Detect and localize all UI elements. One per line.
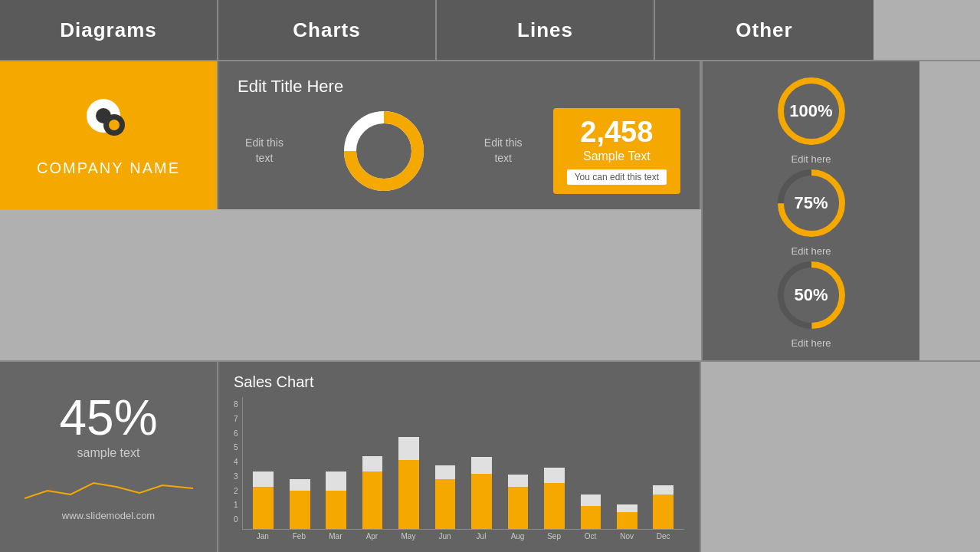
stat-label: sample text <box>77 446 140 460</box>
x-label: Oct <box>573 532 608 540</box>
bar-orange <box>435 479 456 529</box>
header-charts-label: Charts <box>293 18 360 42</box>
circle-50-label: 50% <box>794 287 828 304</box>
x-label: Mar <box>319 532 353 540</box>
bar-white <box>253 472 274 487</box>
circle-item-75: 75% Edit here <box>773 165 850 257</box>
circle-75: 75% <box>773 165 850 242</box>
donut-right-text[interactable]: Edit this text <box>477 136 530 166</box>
circle-75-label: 75% <box>794 195 828 212</box>
x-labels: JanFebMarAprMayJunJulAugSepOctNovDec <box>242 530 684 540</box>
x-label: Apr <box>355 532 389 540</box>
circle-50-edit[interactable]: Edit here <box>791 337 831 349</box>
x-label: Aug <box>500 532 535 540</box>
bar-group <box>610 437 644 529</box>
circle-100: 100% <box>773 73 850 150</box>
circle-item-100: 100% Edit here <box>773 73 850 165</box>
x-label: Dec <box>646 532 680 540</box>
bar-orange <box>326 491 346 529</box>
circle-100-label: 100% <box>789 103 832 120</box>
sales-chart-cell: Sales Chart 8 7 6 5 4 3 2 1 0 <box>218 362 701 552</box>
stat-line-graph <box>25 472 193 502</box>
bar-white <box>617 504 637 512</box>
donut-left-text[interactable]: Edit this text <box>238 136 291 166</box>
bar-white <box>290 479 310 491</box>
bar-orange <box>508 487 529 529</box>
bar-white <box>435 465 456 479</box>
stat-url: www.slidemodel.com <box>62 510 155 521</box>
stat-percent: 45% <box>59 393 157 442</box>
circle-75-edit[interactable]: Edit here <box>791 245 831 257</box>
bar-group <box>574 437 608 529</box>
company-name: COMPANY NAME <box>37 159 180 177</box>
header-diagrams: Diagrams <box>0 0 218 60</box>
header-charts: Charts <box>218 0 437 60</box>
bar-orange <box>398 460 419 529</box>
x-label: Sep <box>537 532 572 540</box>
content-row-2: 45% sample text www.slidemodel.com Sales… <box>0 362 980 552</box>
kpi-box[interactable]: 2,458 Sample Text You can edit this text <box>553 108 680 194</box>
donut-cell[interactable]: Edit Title Here Edit this text Edit this… <box>218 61 701 209</box>
bar-orange <box>581 506 601 529</box>
slide: Diagrams Charts Lines Other <box>0 0 980 552</box>
kpi-number: 2,458 <box>580 117 653 146</box>
bar-white <box>581 495 601 506</box>
bar-group <box>392 437 425 529</box>
bars-container <box>242 397 684 530</box>
company-logo <box>82 94 136 148</box>
x-label: Jan <box>246 532 280 540</box>
bar-orange <box>471 474 492 529</box>
stats-cell: 45% sample text www.slidemodel.com <box>0 362 218 552</box>
donut-svg <box>299 109 469 193</box>
bar-group <box>319 437 352 529</box>
bar-group <box>647 437 680 529</box>
circle-item-50: 50% Edit here <box>773 257 850 349</box>
circle-100-edit[interactable]: Edit here <box>791 153 831 165</box>
bar-chart-area: 8 7 6 5 4 3 2 1 0 <box>234 397 684 540</box>
header-diagrams-label: Diagrams <box>60 18 157 42</box>
bar-group <box>464 437 498 529</box>
content-row-1: COMPANY NAME Edit Title Here Edit this t… <box>0 61 980 362</box>
x-label: Jun <box>428 532 462 540</box>
bar-white <box>508 475 529 487</box>
donut-area: Edit this text Edit this text 2,458 Samp… <box>238 108 680 194</box>
bar-orange <box>290 491 310 529</box>
bar-white <box>326 472 346 491</box>
bar-group <box>283 437 316 529</box>
bar-orange <box>617 512 637 529</box>
x-label: May <box>392 532 426 540</box>
bar-group <box>247 437 280 529</box>
header-lines-label: Lines <box>517 18 573 42</box>
kpi-edit-text[interactable]: You can edit this text <box>567 169 667 185</box>
bar-orange <box>253 487 274 529</box>
bar-white <box>471 457 492 474</box>
donut-title[interactable]: Edit Title Here <box>238 77 680 97</box>
circle-50: 50% <box>773 257 850 334</box>
bar-orange <box>362 472 383 529</box>
y-axis: 8 7 6 5 4 3 2 1 0 <box>234 397 238 540</box>
bar-group <box>501 437 535 529</box>
chart-title: Sales Chart <box>234 373 684 391</box>
x-label: Nov <box>610 532 644 540</box>
bar-white <box>362 456 383 472</box>
bar-group <box>356 437 389 529</box>
header-other: Other <box>655 0 873 60</box>
header-lines: Lines <box>437 0 655 60</box>
company-cell: COMPANY NAME <box>0 61 218 209</box>
bar-orange <box>544 483 565 529</box>
bar-white <box>398 437 419 460</box>
bar-group <box>537 437 571 529</box>
svg-point-3 <box>109 120 120 130</box>
bars-area: JanFebMarAprMayJunJulAugSepOctNovDec <box>242 397 684 540</box>
kpi-sample-text: Sample Text <box>583 150 651 163</box>
bar-white <box>653 485 674 495</box>
circles-cell: 100% Edit here 75% Edit here <box>701 61 919 360</box>
bar-white <box>544 468 565 483</box>
header-other-label: Other <box>736 18 792 42</box>
x-label: Jul <box>464 532 499 540</box>
bar-orange <box>653 495 674 529</box>
header-row: Diagrams Charts Lines Other <box>0 0 980 61</box>
bar-group <box>428 437 462 529</box>
x-label: Feb <box>282 532 316 540</box>
